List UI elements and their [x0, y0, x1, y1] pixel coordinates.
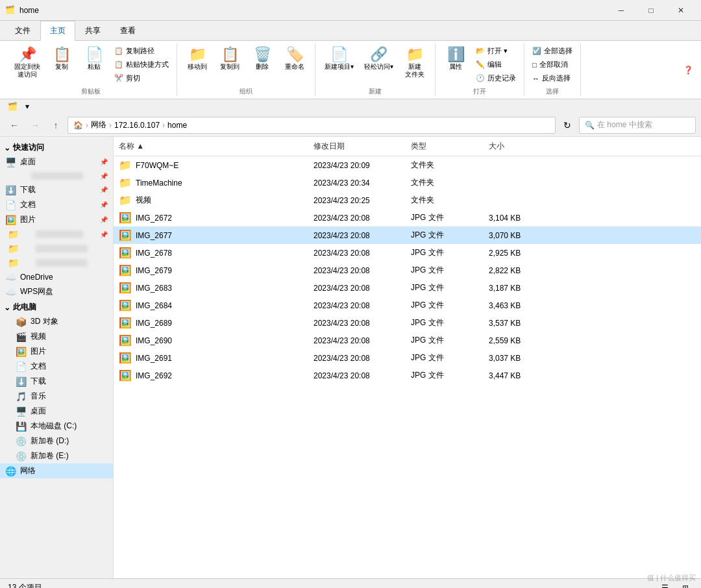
- title-bar: 🗂️ home ─ □ ✕: [0, 0, 701, 21]
- table-row[interactable]: 🖼️ IMG_2684 2023/4/23 20:08 JPG 文件 3,463…: [114, 297, 701, 314]
- invert-select-button[interactable]: ↔️ 反向选择: [530, 72, 575, 84]
- sidebar-item-downloads[interactable]: ⬇️ 下载 📌: [0, 182, 113, 197]
- file-type-icon: 🖼️: [119, 264, 132, 276]
- copy-path-button[interactable]: 📋 复制路径: [112, 45, 171, 57]
- new-folder-button[interactable]: 📁 新建文件夹: [400, 45, 430, 81]
- refresh-button[interactable]: ↻: [558, 116, 576, 134]
- pin-to-quick-access-button[interactable]: 📌 固定到快速访问: [10, 45, 44, 81]
- sidebar-item-dl2[interactable]: ⬇️ 下载: [0, 374, 113, 389]
- sidebar-item-blurred2[interactable]: 📁 📌: [0, 227, 113, 241]
- select-small-items: ☑️ 全部选择 □ 全部取消 ↔️ 反向选择: [530, 45, 575, 84]
- maximize-button[interactable]: □: [636, 0, 666, 21]
- file-name-cell: 🖼️ IMG_2683: [114, 280, 308, 295]
- file-type-icon: 🖼️: [119, 247, 132, 259]
- forward-button[interactable]: →: [26, 116, 44, 134]
- table-row[interactable]: 📁 TimeMachine 2023/4/23 20:34 文件夹: [114, 174, 701, 191]
- tab-home[interactable]: 主页: [40, 21, 75, 41]
- sidebar-item-documents[interactable]: 📄 文档 📌: [0, 197, 113, 212]
- file-size-cell: 2,925 KB: [484, 247, 548, 259]
- sidebar-item-onedrive[interactable]: ☁️ OneDrive: [0, 270, 113, 284]
- file-type-icon: 🖼️: [119, 369, 132, 382]
- file-name: IMG_2689: [136, 319, 172, 328]
- sidebar-item-localc[interactable]: 💾 本地磁盘 (C:): [0, 419, 113, 434]
- sidebar-item-blurred1[interactable]: 📌: [0, 169, 113, 182]
- edit-icon: ✏️: [476, 60, 485, 69]
- sidebar-item-blurred3[interactable]: 📁: [0, 241, 113, 256]
- table-row[interactable]: 📁 F70WQM~E 2023/4/23 20:09 文件夹: [114, 156, 701, 174]
- sidebar-item-wpscloud[interactable]: ☁️ WPS网盘: [0, 284, 113, 299]
- tab-view[interactable]: 查看: [110, 21, 145, 41]
- sidebar-item-desktop[interactable]: 🖥️ 桌面 📌: [0, 154, 113, 169]
- open-content: ℹ️ 属性 📂 打开 ▾ ✏️ 编辑 🕐 历史记录: [441, 43, 519, 86]
- sidebar-thispc-header[interactable]: ⌄ 此电脑: [0, 299, 113, 314]
- open-button[interactable]: 📂 打开 ▾: [473, 45, 519, 57]
- sidebar-item-pictures[interactable]: 🖼️ 图片 📌: [0, 212, 113, 227]
- easy-access-button[interactable]: 🔗 轻松访问▾: [360, 45, 397, 73]
- path-network[interactable]: 网络: [91, 119, 106, 130]
- sidebar-item-newe[interactable]: 💿 新加卷 (E:): [0, 448, 113, 463]
- help-button[interactable]: ❓: [681, 43, 696, 96]
- sidebar-item-3d[interactable]: 📦 3D 对象: [0, 314, 113, 329]
- table-row[interactable]: 🖼️ IMG_2691 2023/4/23 20:08 JPG 文件 3,037…: [114, 349, 701, 367]
- back-button[interactable]: ←: [5, 116, 23, 134]
- col-name-header[interactable]: 名称 ▲: [114, 140, 308, 153]
- sidebar-item-videos[interactable]: 🎬 视频: [0, 329, 113, 344]
- copy-button[interactable]: 📋 复制: [47, 45, 77, 73]
- table-row[interactable]: 🖼️ IMG_2677 2023/4/23 20:08 JPG 文件 3,070…: [114, 227, 701, 244]
- sidebar-item-blurred4[interactable]: 📁: [0, 256, 113, 270]
- file-date-cell: 2023/4/23 20:08: [308, 247, 406, 259]
- copy-label: 复制: [55, 63, 68, 71]
- qa-dropdown-button[interactable]: ▾: [23, 101, 32, 112]
- sidebar-item-music[interactable]: 🎵 音乐: [0, 389, 113, 404]
- properties-icon: ℹ️: [447, 47, 465, 62]
- cut-button[interactable]: ✂️ 剪切: [112, 72, 171, 84]
- sidebar-item-desktop2[interactable]: 🖥️ 桌面: [0, 404, 113, 419]
- sidebar-item-docs2[interactable]: 📄 文档: [0, 359, 113, 374]
- table-row[interactable]: 📁 视频 2023/4/23 20:25 文件夹: [114, 191, 701, 209]
- sidebar-item-network[interactable]: 🌐 网络: [0, 463, 113, 478]
- paste-button[interactable]: 📄 粘贴: [79, 45, 109, 73]
- table-row[interactable]: 🖼️ IMG_2692 2023/4/23 20:08 JPG 文件 3,447…: [114, 367, 701, 384]
- close-button[interactable]: ✕: [666, 0, 696, 21]
- sidebar-item-pictures2[interactable]: 🖼️ 图片: [0, 344, 113, 359]
- up-button[interactable]: ↑: [47, 116, 65, 134]
- col-date-header[interactable]: 修改日期: [308, 140, 406, 153]
- search-box[interactable]: 🔍 在 home 中搜索: [579, 117, 696, 134]
- move-to-button[interactable]: 📁 移动到: [182, 45, 212, 73]
- newd-icon: 💿: [16, 436, 27, 447]
- file-size-cell: 2,559 KB: [484, 335, 548, 347]
- copy-to-button[interactable]: 📋 复制到: [215, 45, 245, 73]
- music-label: 音乐: [31, 391, 108, 402]
- path-home[interactable]: home: [167, 121, 187, 130]
- paste-shortcut-button[interactable]: 📋 粘贴快捷方式: [112, 58, 171, 71]
- sidebar-item-newd[interactable]: 💿 新加卷 (D:): [0, 434, 113, 448]
- tab-share[interactable]: 共享: [75, 21, 110, 41]
- table-row[interactable]: 🖼️ IMG_2679 2023/4/23 20:08 JPG 文件 2,822…: [114, 262, 701, 279]
- select-none-button[interactable]: □ 全部取消: [530, 58, 575, 71]
- tab-file[interactable]: 文件: [5, 21, 40, 41]
- path-home-icon: 🏠: [73, 121, 83, 130]
- path-sep-1: ›: [86, 121, 88, 130]
- minimize-button[interactable]: ─: [606, 0, 636, 21]
- copy-icon: 📋: [53, 47, 71, 62]
- table-row[interactable]: 🖼️ IMG_2690 2023/4/23 20:08 JPG 文件 2,559…: [114, 332, 701, 349]
- history-button[interactable]: 🕐 历史记录: [473, 72, 519, 84]
- file-date-cell: 2023/4/23 20:34: [308, 177, 406, 189]
- select-all-button[interactable]: ☑️ 全部选择: [530, 45, 575, 57]
- new-item-button[interactable]: 📄 新建项目▾: [321, 45, 358, 73]
- col-type-header[interactable]: 类型: [406, 140, 484, 153]
- edit-button[interactable]: ✏️ 编辑: [473, 58, 519, 71]
- path-ip[interactable]: 172.16.0.107: [114, 121, 160, 130]
- delete-button[interactable]: 🗑️ 删除: [247, 45, 277, 73]
- wps-cloud-icon: ☁️: [5, 287, 16, 297]
- properties-button[interactable]: ℹ️ 属性: [441, 45, 471, 73]
- table-row[interactable]: 🖼️ IMG_2672 2023/4/23 20:08 JPG 文件 3,104…: [114, 209, 701, 227]
- address-path[interactable]: 🏠 › 网络 › 172.16.0.107 › home: [68, 117, 556, 134]
- rename-button[interactable]: 🏷️ 重命名: [280, 45, 310, 73]
- col-size-header[interactable]: 大小: [484, 140, 548, 153]
- table-row[interactable]: 🖼️ IMG_2683 2023/4/23 20:08 JPG 文件 3,187…: [114, 279, 701, 297]
- table-row[interactable]: 🖼️ IMG_2689 2023/4/23 20:08 JPG 文件 3,537…: [114, 314, 701, 332]
- sidebar-quick-access-header[interactable]: ⌄ 快速访问: [0, 140, 113, 154]
- table-row[interactable]: 🖼️ IMG_2678 2023/4/23 20:08 JPG 文件 2,925…: [114, 244, 701, 262]
- status-bar: 13 个项目 ☰ ⊞: [0, 578, 701, 588]
